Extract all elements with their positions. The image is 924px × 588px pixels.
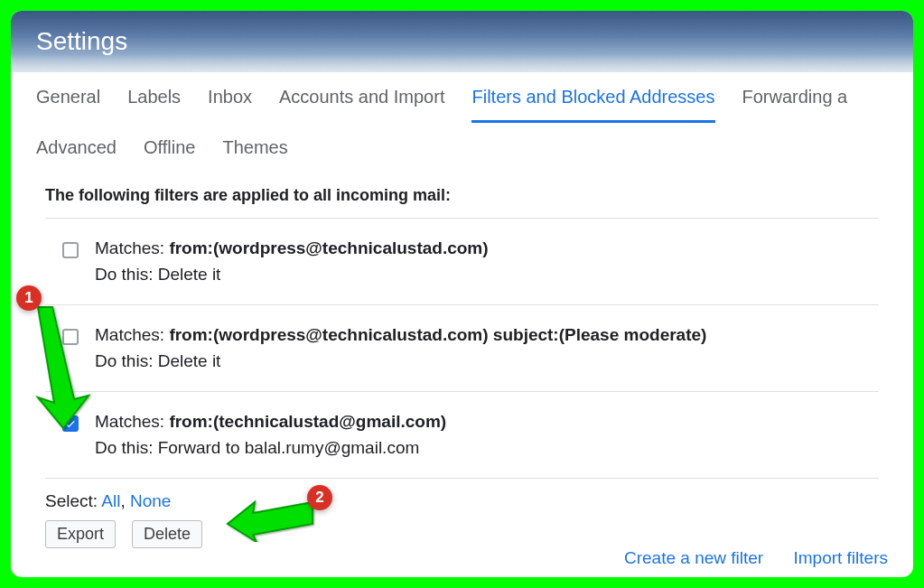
- filter-checkbox-1[interactable]: [62, 242, 79, 258]
- tab-filters[interactable]: Filters and Blocked Addresses: [471, 72, 714, 123]
- filter-row: Matches: from:(wordpress@technicalustad.…: [45, 219, 879, 305]
- svg-marker-1: [228, 502, 313, 542]
- annotation-arrow-1: [22, 300, 92, 431]
- filter-row: Matches: from:(wordpress@technicalustad.…: [45, 305, 879, 392]
- tab-advanced[interactable]: Advanced: [36, 123, 117, 171]
- tab-accounts[interactable]: Accounts and Import: [279, 72, 444, 123]
- select-none-link[interactable]: None: [130, 491, 171, 510]
- settings-header: Settings: [11, 11, 913, 72]
- filter-text: Matches: from:(wordpress@technicalustad.…: [95, 235, 879, 288]
- tab-inbox[interactable]: Inbox: [208, 72, 252, 123]
- tab-forwarding[interactable]: Forwarding a: [742, 72, 848, 123]
- export-button[interactable]: Export: [45, 520, 116, 548]
- filters-intro: The following filters are applied to all…: [45, 186, 879, 219]
- filter-text: Matches: from:(technicalustad@gmail.com)…: [95, 408, 879, 462]
- tab-themes[interactable]: Themes: [222, 123, 287, 171]
- annotation-callout-1: 1: [16, 285, 42, 311]
- tab-offline[interactable]: Offline: [144, 123, 195, 171]
- create-filter-link[interactable]: Create a new filter: [624, 548, 763, 567]
- annotation-callout-2: 2: [307, 485, 332, 510]
- delete-button[interactable]: Delete: [132, 520, 202, 548]
- filter-text: Matches: from:(wordpress@technicalustad.…: [95, 322, 879, 375]
- filter-row: Matches: from:(technicalustad@gmail.com)…: [45, 392, 879, 479]
- select-all-link[interactable]: All: [101, 491, 120, 510]
- svg-marker-0: [38, 307, 89, 428]
- annotation-arrow-2: [226, 497, 316, 542]
- tab-general[interactable]: General: [36, 72, 100, 123]
- tab-labels[interactable]: Labels: [127, 72, 181, 123]
- settings-tabs: General Labels Inbox Accounts and Import…: [11, 72, 913, 172]
- bottom-links: Create a new filter Import filters: [599, 548, 888, 568]
- page-title: Settings: [36, 27, 888, 56]
- select-row: Select: All, None: [45, 479, 879, 517]
- import-filters-link[interactable]: Import filters: [793, 548, 888, 567]
